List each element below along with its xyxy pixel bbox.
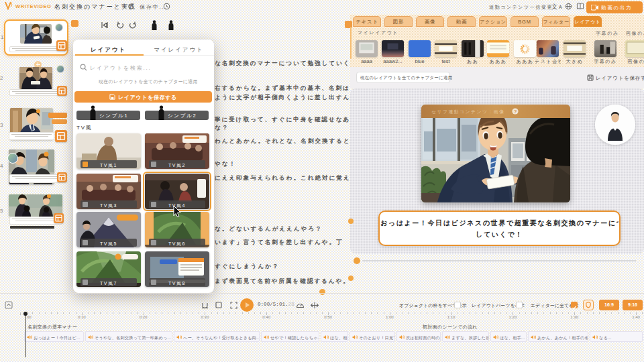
svg-text:?: ? — [514, 109, 517, 115]
